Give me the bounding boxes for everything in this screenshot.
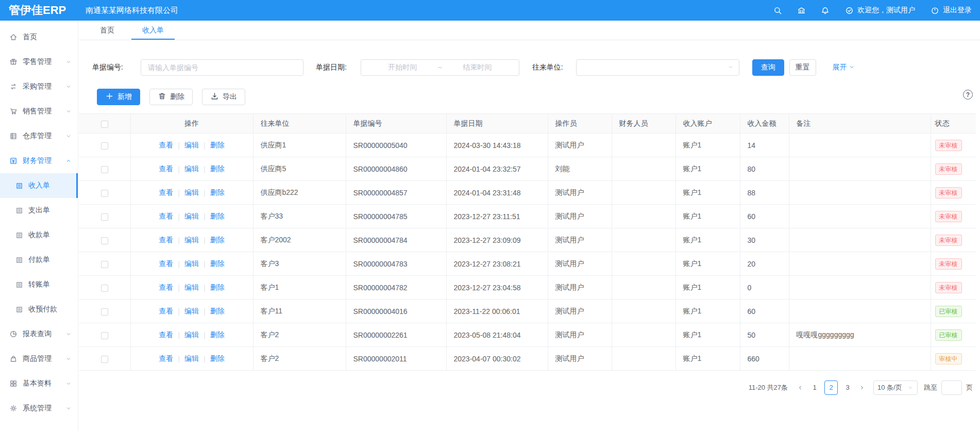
welcome-user[interactable]: 欢迎您，测试用户 <box>845 6 915 15</box>
row-checkbox[interactable] <box>101 166 108 173</box>
edit-link[interactable]: 编辑 <box>184 354 199 363</box>
cell-remark: 嘎嘎嘎ggggggggg <box>789 323 931 347</box>
edit-link[interactable]: 编辑 <box>184 283 199 292</box>
sidebar-item-8[interactable]: 基本资料 <box>0 371 78 396</box>
sidebar-subitem-收入单[interactable]: 收入单 <box>0 173 78 198</box>
status-badge: 未审核 <box>935 163 962 175</box>
sidebar-subitem-收预付款[interactable]: 收预付款 <box>0 297 78 322</box>
page-size-select[interactable]: 10 条/页 <box>873 380 918 395</box>
edit-link[interactable]: 编辑 <box>184 164 199 174</box>
delete-link[interactable]: 删除 <box>210 141 225 150</box>
delete-link[interactable]: 删除 <box>210 164 225 174</box>
main-content: 首页收入单 单据编号: 单据日期: 开始时间 ~ 结束时间 往来单位: 查询 重… <box>79 21 980 431</box>
cell-bill-no: SR00000002011 <box>346 347 446 371</box>
reset-button[interactable]: 重置 <box>789 59 816 76</box>
sidebar-subitem-支出单[interactable]: 支出单 <box>0 198 78 223</box>
delete-link[interactable]: 删除 <box>210 354 225 363</box>
sidebar-subitem-转账单[interactable]: 转账单 <box>0 272 78 297</box>
search-icon[interactable] <box>773 6 782 15</box>
search-button[interactable]: 查询 <box>752 59 784 76</box>
bank-icon[interactable] <box>797 6 806 15</box>
sidebar-item-2[interactable]: 采购管理 <box>0 74 78 99</box>
view-link[interactable]: 查看 <box>159 283 173 292</box>
delete-link[interactable]: 删除 <box>210 307 225 316</box>
view-link[interactable]: 查看 <box>159 141 173 150</box>
date-separator: ~ <box>435 63 445 72</box>
view-link[interactable]: 查看 <box>159 236 173 245</box>
row-checkbox[interactable] <box>101 332 108 339</box>
view-link[interactable]: 查看 <box>159 188 173 197</box>
edit-link[interactable]: 编辑 <box>184 330 199 340</box>
row-checkbox[interactable] <box>101 213 108 221</box>
cell-partner: 客户2 <box>253 323 346 347</box>
page-number-1[interactable]: 1 <box>808 380 821 395</box>
view-link[interactable]: 查看 <box>159 259 173 269</box>
view-link[interactable]: 查看 <box>159 212 173 221</box>
logout-button[interactable]: 退出登录 <box>931 6 972 15</box>
bell-icon[interactable] <box>821 6 830 15</box>
date-range-picker[interactable]: 开始时间 ~ 结束时间 <box>361 59 519 76</box>
sidebar-subitem-收款单[interactable]: 收款单 <box>0 223 78 247</box>
bill-no-label: 单据编号: <box>92 63 123 72</box>
sidebar-item-6[interactable]: 报表查询 <box>0 322 78 346</box>
edit-link[interactable]: 编辑 <box>184 307 199 316</box>
prev-page-button[interactable] <box>794 380 806 395</box>
table-row: 查看|编辑|删除客户1SR000000047822023-12-27 23:04… <box>79 276 976 300</box>
add-button[interactable]: 新增 <box>97 89 140 105</box>
sidebar-item-7[interactable]: 商品管理 <box>0 346 78 371</box>
bill-no-input[interactable] <box>141 59 303 76</box>
export-button[interactable]: 导出 <box>202 89 245 105</box>
next-page-button[interactable] <box>856 380 868 395</box>
delete-link[interactable]: 删除 <box>210 283 225 292</box>
edit-link[interactable]: 编辑 <box>184 236 199 245</box>
cell-status: 未审核 <box>931 134 976 157</box>
cell-finance-staff <box>612 323 675 347</box>
edit-link[interactable]: 编辑 <box>184 259 199 269</box>
cell-operator: 测试用户 <box>548 181 612 205</box>
view-link[interactable]: 查看 <box>159 354 173 363</box>
row-checkbox[interactable] <box>101 285 108 292</box>
row-checkbox[interactable] <box>101 190 108 197</box>
row-checkbox[interactable] <box>101 356 108 363</box>
expand-toggle[interactable]: 展开 <box>833 63 855 72</box>
select-all-checkbox[interactable] <box>101 121 108 128</box>
page-number-3[interactable]: 3 <box>841 380 854 395</box>
edit-link[interactable]: 编辑 <box>184 212 199 221</box>
sidebar-item-4[interactable]: 仓库管理 <box>0 124 78 148</box>
sidebar-item-3[interactable]: 销售管理 <box>0 99 78 124</box>
edit-link[interactable]: 编辑 <box>184 141 199 150</box>
delete-link[interactable]: 删除 <box>210 259 225 269</box>
delete-link[interactable]: 删除 <box>210 236 225 245</box>
chevron-down-icon <box>65 331 72 337</box>
sidebar-item-0[interactable]: 首页 <box>0 25 78 49</box>
sidebar-item-1[interactable]: 零售管理 <box>0 49 78 74</box>
row-checkbox[interactable] <box>101 237 108 244</box>
view-link[interactable]: 查看 <box>159 330 173 340</box>
help-icon[interactable]: ? <box>963 90 973 100</box>
delete-link[interactable]: 删除 <box>210 212 225 221</box>
page-number-2[interactable]: 2 <box>824 380 838 395</box>
cell-bill-no: SR00000004016 <box>346 300 446 323</box>
view-link[interactable]: 查看 <box>159 307 173 316</box>
delete-link[interactable]: 删除 <box>210 188 225 197</box>
tab-首页[interactable]: 首页 <box>100 21 114 40</box>
row-checkbox[interactable] <box>101 142 108 150</box>
sidebar-subitem-付款单[interactable]: 付款单 <box>0 247 78 272</box>
sidebar-item-9[interactable]: 系统管理 <box>0 396 78 421</box>
cell-partner: 客户2002 <box>253 228 346 252</box>
delete-link[interactable]: 删除 <box>210 330 225 340</box>
cell-operator: 刘能 <box>548 157 612 181</box>
cell-status: 未审核 <box>931 276 976 300</box>
jump-page-input[interactable] <box>941 380 962 395</box>
tab-收入单[interactable]: 收入单 <box>142 21 164 40</box>
income-bill-table: 操作往来单位单据编号单据日期操作员财务人员收入账户收入金额备注状态 查看|编辑|… <box>79 113 976 371</box>
edit-link[interactable]: 编辑 <box>184 188 199 197</box>
row-checkbox[interactable] <box>101 308 108 316</box>
partner-select[interactable] <box>576 59 739 76</box>
view-link[interactable]: 查看 <box>159 164 173 174</box>
delete-button[interactable]: 删除 <box>149 89 193 105</box>
sidebar-item-5[interactable]: 财务管理 <box>0 148 78 173</box>
cell-partner: 供应商5 <box>253 157 346 181</box>
chevron-down-icon <box>65 84 72 90</box>
row-checkbox[interactable] <box>101 261 108 268</box>
